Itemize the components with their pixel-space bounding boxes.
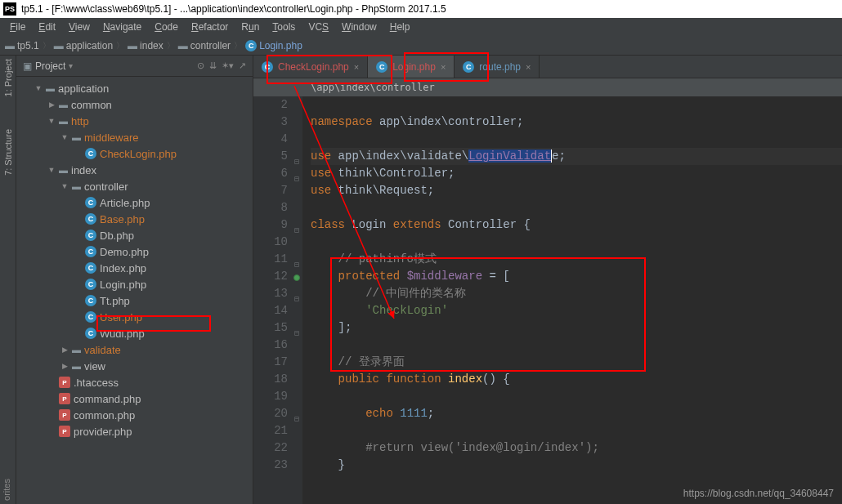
editor-tab[interactable]: CCheckLogin.php×	[253, 56, 368, 78]
line-number[interactable]: 2	[253, 96, 288, 114]
tree-item[interactable]: ▼▬middleware	[16, 129, 253, 145]
line-number[interactable]: 3	[253, 114, 288, 131]
tree-item[interactable]: ▶▬common	[16, 96, 253, 113]
menu-edit[interactable]: Edit	[34, 20, 60, 34]
line-number[interactable]: 9	[253, 216, 288, 234]
menu-view[interactable]: View	[64, 20, 95, 34]
menu-run[interactable]: Run	[236, 20, 264, 34]
window-titlebar: PS tp5.1 - [F:\www\class\web69\tp5.1] - …	[0, 0, 842, 18]
tree-item[interactable]: ▼▬index	[16, 162, 253, 178]
menu-refactor[interactable]: Refactor	[186, 20, 233, 34]
editor-tabs: CCheckLogin.php×CLogin.php×Croute.php×	[253, 56, 842, 78]
line-number[interactable]: 4	[253, 131, 288, 148]
close-tab-icon[interactable]: ×	[354, 62, 359, 72]
line-number[interactable]: 21	[253, 422, 288, 439]
app-icon: PS	[3, 2, 16, 16]
tree-item[interactable]: ▼▬http	[16, 113, 253, 129]
breadcrumb-item[interactable]: ▬tp5.1	[5, 40, 39, 51]
settings-icon[interactable]: ✶▾	[222, 60, 234, 71]
editor: CCheckLogin.php×CLogin.php×Croute.php× \…	[253, 56, 842, 504]
watermark: https://blog.csdn.net/qq_34608447	[683, 488, 834, 499]
line-number[interactable]: 8	[253, 199, 288, 216]
tree-item[interactable]: Pcommand.php	[16, 390, 253, 407]
line-number[interactable]: 7	[253, 182, 288, 199]
menu-vcs[interactable]: VCS	[303, 20, 334, 34]
line-number[interactable]: 5	[253, 148, 288, 165]
tree-item[interactable]: CDb.php	[16, 227, 253, 243]
window-title: tp5.1 - [F:\www\class\web69\tp5.1] - ...…	[21, 3, 446, 15]
panel-title[interactable]: ▣ Project ▾	[23, 60, 192, 72]
menu-code[interactable]: Code	[150, 20, 183, 34]
tree-item[interactable]: Pcommon.php	[16, 407, 253, 423]
tree-item[interactable]: ▶▬validate	[16, 341, 253, 358]
tree-item[interactable]: Pprovider.php	[16, 423, 253, 439]
line-number[interactable]: 18	[253, 371, 288, 388]
nav-breadcrumb: ▬tp5.1〉▬application〉▬index〉▬controller〉C…	[0, 36, 842, 56]
line-number[interactable]: 15	[253, 319, 288, 337]
menubar: File Edit View Navigate Code Refactor Ru…	[0, 18, 842, 36]
line-number[interactable]: 23	[253, 457, 288, 474]
line-number[interactable]: 6	[253, 165, 288, 182]
close-tab-icon[interactable]: ×	[526, 62, 531, 72]
scroll-from-source-icon[interactable]: ⊙	[197, 60, 204, 71]
structure-tool-tab[interactable]: 7: Structure	[3, 129, 13, 176]
project-panel: ▣ Project ▾ ⊙ ⇊ ✶▾ ↗ ▼▬application▶▬comm…	[16, 56, 253, 504]
tree-item[interactable]: ▼▬controller	[16, 178, 253, 194]
line-number-gutter[interactable]: 234567891011121314151617181920212223⊟⊟⊟⊟…	[253, 96, 302, 504]
editor-breadcrumb: \app\index\controller	[253, 78, 842, 96]
line-number[interactable]: 11	[253, 251, 288, 268]
favorites-tool-tab[interactable]: orites	[0, 475, 13, 504]
project-tree[interactable]: ▼▬application▶▬common▼▬http▼▬middlewareC…	[16, 77, 253, 443]
project-tool-tab[interactable]: 1: Project	[3, 59, 13, 96]
menu-navigate[interactable]: Navigate	[98, 20, 146, 34]
hide-icon[interactable]: ↗	[239, 60, 246, 71]
line-number[interactable]: 16	[253, 337, 288, 354]
tree-item[interactable]: ▶▬view	[16, 358, 253, 374]
breadcrumb-item[interactable]: ▬application	[54, 40, 113, 51]
menu-help[interactable]: Help	[385, 20, 415, 34]
tree-item[interactable]: CDemo.php	[16, 243, 253, 260]
menu-file[interactable]: File	[5, 20, 30, 34]
breadcrumb-item[interactable]: ▬index	[128, 40, 163, 51]
collapse-all-icon[interactable]: ⇊	[209, 60, 217, 71]
tree-item[interactable]: CCheckLogin.php	[16, 145, 253, 162]
line-number[interactable]: 13	[253, 285, 288, 302]
breadcrumb-item[interactable]: ▬controller	[178, 40, 231, 51]
tree-item[interactable]: ▼▬application	[16, 80, 253, 96]
line-number[interactable]: 19	[253, 388, 288, 405]
line-number[interactable]: 12	[253, 268, 288, 285]
line-number[interactable]: 10	[253, 234, 288, 251]
tree-item[interactable]: CArticle.php	[16, 194, 253, 211]
code-content[interactable]: namespace app\index\controller;use app\i…	[302, 96, 842, 504]
menu-tools[interactable]: Tools	[267, 20, 300, 34]
tree-item[interactable]: CLogin.php	[16, 276, 253, 292]
line-number[interactable]: 22	[253, 439, 288, 457]
tool-window-stripe-left: 1: Project 7: Structure	[0, 56, 16, 504]
line-number[interactable]: 20	[253, 405, 288, 422]
line-number[interactable]: 17	[253, 354, 288, 371]
tree-item[interactable]: CBase.php	[16, 211, 253, 227]
editor-tab[interactable]: CLogin.php×	[368, 56, 455, 78]
close-tab-icon[interactable]: ×	[441, 62, 446, 72]
tree-item[interactable]: CUser.php	[16, 309, 253, 325]
tree-item[interactable]: CWudi.php	[16, 325, 253, 341]
tree-item[interactable]: CIndex.php	[16, 260, 253, 276]
tree-item[interactable]: P.htaccess	[16, 374, 253, 390]
line-number[interactable]: 14	[253, 302, 288, 319]
breadcrumb-item[interactable]: CLogin.php	[245, 40, 302, 51]
tree-item[interactable]: CTt.php	[16, 292, 253, 309]
editor-tab[interactable]: Croute.php×	[455, 56, 540, 78]
menu-window[interactable]: Window	[337, 20, 382, 34]
